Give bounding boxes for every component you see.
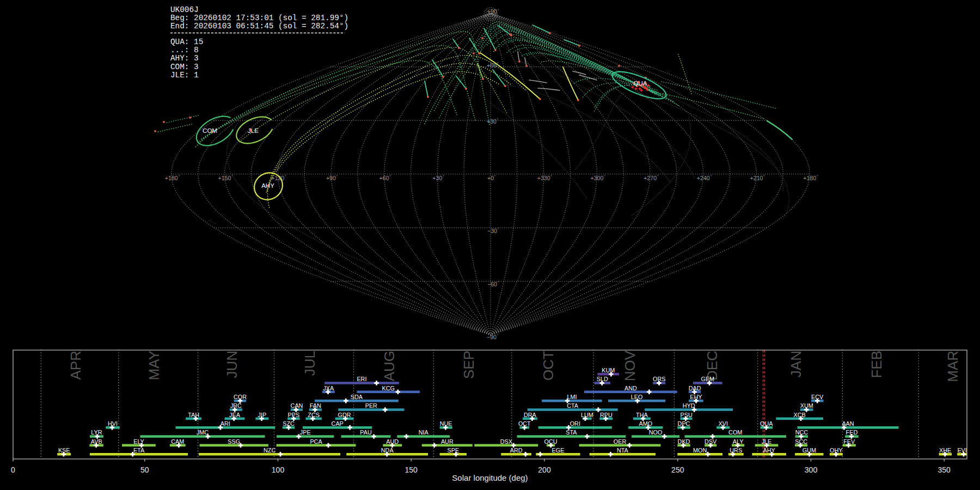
svg-text:SSG: SSG: [228, 438, 240, 445]
svg-text:NTA: NTA: [617, 447, 629, 454]
svg-text:CAM: CAM: [171, 438, 184, 445]
svg-text:HVI: HVI: [108, 420, 118, 427]
svg-text:LYR: LYR: [91, 429, 102, 436]
svg-text:°: °: [336, 174, 338, 179]
svg-text:+270: +270: [644, 175, 657, 181]
svg-text:XHE: XHE: [939, 447, 951, 454]
svg-text:GEM: GEM: [701, 376, 715, 382]
svg-text:DRA: DRA: [524, 412, 537, 418]
svg-text:ARD: ARD: [510, 447, 523, 454]
svg-text:FED: FED: [846, 429, 858, 436]
svg-text:MON: MON: [693, 447, 707, 454]
svg-text:SDA: SDA: [351, 394, 363, 400]
svg-text:°: °: [497, 118, 499, 122]
svg-text:+330: +330: [537, 175, 550, 181]
svg-text:°: °: [604, 174, 605, 179]
svg-text:°: °: [550, 174, 552, 179]
svg-text:SPE: SPE: [447, 447, 459, 454]
svg-text:JAN: JAN: [788, 351, 804, 377]
svg-text:XUM: XUM: [800, 402, 813, 409]
svg-text:DSX: DSX: [500, 438, 512, 445]
svg-text:HYD: HYD: [683, 402, 695, 409]
svg-text:TAH: TAH: [188, 412, 199, 418]
svg-text:OER: OER: [614, 438, 627, 445]
svg-text:SLD: SLD: [597, 376, 608, 382]
svg-text:SEP: SEP: [461, 351, 477, 379]
svg-text:°: °: [498, 280, 499, 285]
svg-text:QUA: QUA: [760, 420, 773, 427]
svg-text:DKD: DKD: [678, 438, 690, 445]
svg-text:STA: STA: [566, 429, 577, 436]
svg-text:+30: +30: [432, 175, 442, 181]
svg-text:PSU: PSU: [681, 412, 693, 418]
svg-text:EVI: EVI: [957, 447, 966, 454]
svg-text:URS: URS: [730, 447, 742, 454]
svg-text:NOO: NOO: [649, 429, 663, 436]
svg-text:LMI: LMI: [567, 394, 577, 400]
svg-text:JXA: JXA: [323, 385, 334, 391]
svg-text:°: °: [657, 174, 659, 179]
svg-text:NDA: NDA: [381, 447, 394, 454]
svg-text:JIP: JIP: [258, 412, 267, 418]
svg-text:AUG: AUG: [381, 351, 397, 381]
svg-text:−30: −30: [487, 228, 497, 234]
svg-text:PCA: PCA: [310, 438, 322, 445]
svg-text:OHY: OHY: [830, 447, 842, 454]
svg-text:EGE: EGE: [552, 447, 565, 454]
svg-text:MAR: MAR: [945, 351, 961, 382]
svg-text:XCB: XCB: [794, 412, 806, 418]
svg-text:DAD: DAD: [689, 385, 701, 391]
svg-text:AUR: AUR: [441, 438, 454, 445]
svg-text:50: 50: [140, 465, 149, 474]
svg-text:End: 20260103 06:51:45 (sol =: End: 20260103 06:51:45 (sol = 282.54°): [170, 22, 348, 30]
svg-text:OCT: OCT: [540, 351, 556, 381]
svg-text:ORI: ORI: [570, 420, 580, 427]
svg-text:AAN: AAN: [842, 420, 854, 427]
svg-text:+240: +240: [697, 175, 710, 181]
svg-text:+0: +0: [487, 175, 494, 181]
svg-text:COM: 3: COM: 3: [170, 63, 199, 71]
svg-text:EHY: EHY: [690, 394, 702, 400]
svg-text:°: °: [497, 333, 499, 338]
svg-text:ELY: ELY: [133, 438, 144, 445]
svg-text:KSE: KSE: [58, 447, 70, 454]
svg-text:NZC: NZC: [264, 447, 275, 454]
svg-text:200: 200: [538, 465, 551, 474]
svg-text:°: °: [763, 174, 765, 179]
svg-text:+210: +210: [750, 175, 763, 181]
svg-text:FEV: FEV: [843, 438, 855, 445]
svg-text:JMC: JMC: [197, 429, 209, 436]
svg-text:THA: THA: [636, 412, 648, 418]
svg-text:APR: APR: [68, 351, 84, 379]
svg-text:AHY: 3: AHY: 3: [170, 54, 199, 63]
svg-text:Beg: 20260102 17:53:01 (sol =: Beg: 20260102 17:53:01 (sol = 281.99°): [170, 14, 348, 22]
svg-text:°: °: [494, 174, 496, 179]
svg-text:CQR: CQR: [234, 394, 247, 400]
svg-text:°: °: [443, 174, 444, 179]
svg-text:ARI: ARI: [220, 420, 230, 427]
svg-text:SCC: SCC: [795, 438, 807, 445]
svg-text:°: °: [817, 174, 818, 179]
svg-text:+90: +90: [487, 8, 497, 15]
svg-text:GDR: GDR: [338, 412, 351, 418]
svg-text:ZCS: ZCS: [308, 412, 320, 418]
svg-text:NUE: NUE: [440, 420, 452, 427]
svg-text:JPE: JPE: [300, 429, 311, 436]
svg-text:0: 0: [11, 465, 15, 474]
svg-text:JRC: JRC: [230, 402, 242, 409]
svg-text:COM: COM: [203, 127, 217, 134]
svg-text:LEO: LEO: [631, 394, 643, 400]
svg-text:JUN: JUN: [224, 351, 240, 378]
svg-text:JLE: JLE: [248, 127, 259, 134]
svg-text:+60: +60: [379, 175, 389, 181]
svg-text:AVB: AVB: [91, 438, 102, 445]
svg-text:+180: +180: [803, 175, 816, 181]
svg-text:GUM: GUM: [803, 447, 816, 454]
svg-text:ALY: ALY: [733, 438, 744, 445]
svg-text:...: 8: ...: 8: [170, 46, 199, 54]
svg-text:OCT: OCT: [518, 420, 531, 427]
svg-text:QUA: QUA: [634, 80, 647, 87]
svg-text:PAU: PAU: [360, 429, 371, 436]
svg-text:150: 150: [405, 465, 418, 474]
svg-text:AHY: AHY: [763, 447, 775, 454]
